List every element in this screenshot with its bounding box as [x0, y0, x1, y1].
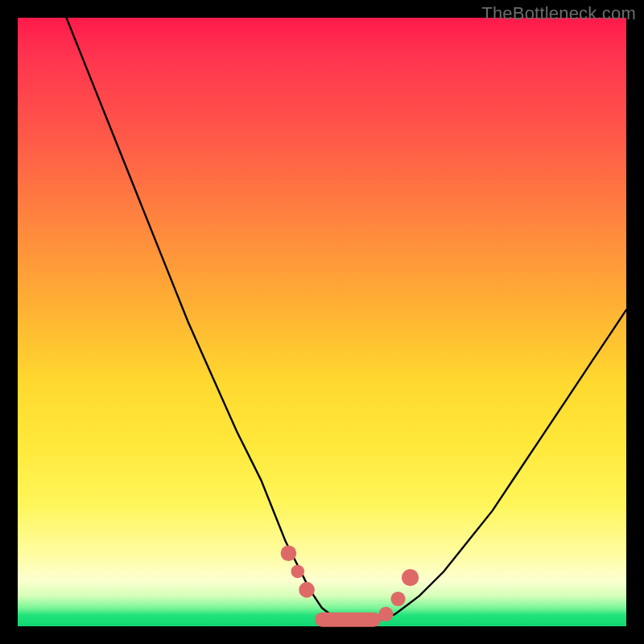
chart-frame: TheBottleneck.com	[0, 0, 644, 644]
bottleneck-curve	[67, 18, 627, 620]
dot-right-upper	[402, 569, 419, 586]
chart-svg	[18, 18, 626, 626]
dot-left-lower	[299, 582, 315, 598]
dot-right-mid	[390, 592, 405, 606]
dot-left-upper	[281, 545, 297, 561]
dot-right-lower	[378, 607, 393, 621]
curve-path	[67, 18, 627, 620]
dot-left-mid	[291, 565, 304, 579]
curve-markers	[281, 545, 419, 621]
watermark-text: TheBottleneck.com	[481, 3, 636, 24]
